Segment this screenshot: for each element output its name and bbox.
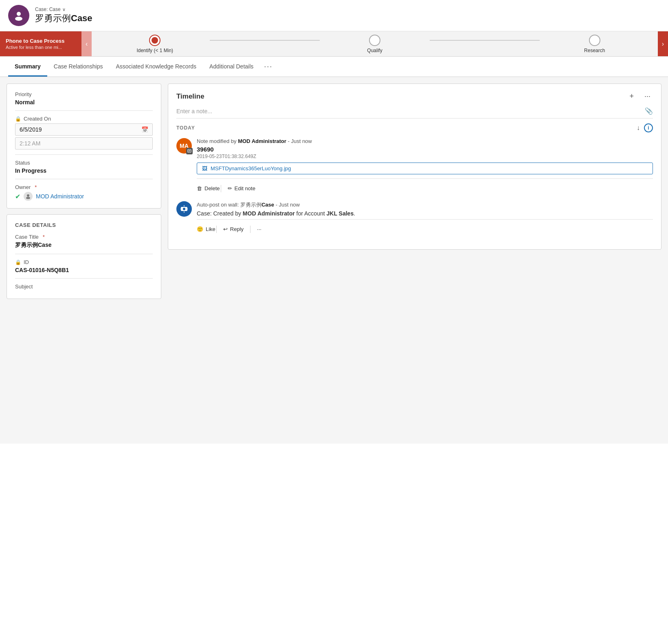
action-divider-3: [250, 226, 250, 233]
lock-icon-created: 🔒: [15, 116, 21, 122]
tab-additional-details[interactable]: Additional Details: [203, 57, 260, 77]
summary-card: Priority Normal 🔒 Created On 6/5/2019 📅 …: [7, 84, 161, 209]
process-step-qualify: Qualify: [320, 35, 430, 53]
more-icon: ···: [257, 226, 261, 232]
svg-point-8: [183, 208, 185, 210]
step-label-research: Research: [584, 48, 605, 53]
note-entry-id: 39690: [197, 146, 653, 153]
edit-note-button[interactable]: ✏ Edit note: [222, 183, 261, 194]
step-connector-1: [210, 40, 320, 41]
owner-required: *: [35, 184, 37, 190]
header: Case: Case ∨ 罗勇示例Case: [0, 0, 668, 31]
note-placeholder[interactable]: Enter a note...: [176, 108, 212, 114]
step-label-identify: Identify (< 1 Min): [136, 48, 173, 53]
avatar: [8, 5, 29, 26]
owner-check-icon: ✔: [15, 193, 20, 200]
svg-point-0: [17, 12, 21, 16]
id-label: 🔒 ID: [15, 259, 153, 265]
priority-label: Priority: [15, 91, 153, 97]
date-input[interactable]: 6/5/2019 📅: [15, 123, 153, 136]
svg-point-2: [27, 194, 29, 197]
note-entry-timestamp: 2019-05-23T01:38:32.649Z: [197, 154, 653, 159]
tab-case-relationships[interactable]: Case Relationships: [47, 57, 110, 77]
edit-icon: ✏: [228, 185, 232, 191]
process-bar: Phone to Case Process Active for less th…: [0, 31, 668, 57]
priority-value: Normal: [15, 99, 153, 106]
process-title: Phone to Case Process: [6, 38, 76, 44]
owner-name[interactable]: MOD Administrator: [36, 193, 84, 200]
timeline-header: Timeline + ···: [176, 91, 653, 101]
right-panel: Timeline + ··· Enter a note... 📎 TODAY ↓…: [168, 84, 661, 437]
header-title-area: Case: Case ∨ 罗勇示例Case: [35, 7, 92, 24]
timeline-card: Timeline + ··· Enter a note... 📎 TODAY ↓…: [168, 84, 661, 250]
timeline-entry-note: MA Note modified by MOD Administrator - …: [176, 138, 653, 194]
entry-body-note: Note modified by MOD Administrator - Jus…: [197, 138, 653, 194]
case-title-value: 罗勇示例Case: [15, 242, 153, 249]
breadcrumb[interactable]: Case: Case ∨: [35, 7, 92, 12]
status-label: Status: [15, 160, 153, 166]
process-nav-left[interactable]: ‹: [81, 31, 92, 56]
lock-icon-id: 🔒: [15, 259, 21, 265]
autopost-more-button[interactable]: ···: [251, 224, 267, 235]
entry-avatar-note: MA: [176, 138, 192, 154]
timeline-section-today: TODAY ↓ i: [176, 123, 653, 132]
delete-button[interactable]: 🗑 Delete: [197, 183, 220, 194]
timeline-note-row: Enter a note... 📎: [176, 107, 653, 119]
autopost-body: Case: Created by MOD Administrator for A…: [197, 210, 653, 217]
step-circle-research: [589, 35, 600, 46]
case-details-card: CASE DETAILS Case Title * 罗勇示例Case 🔒 ID …: [7, 214, 161, 299]
timeline-info-button[interactable]: i: [644, 123, 653, 132]
note-badge-icon: [186, 148, 193, 154]
time-input[interactable]: 2:12 AM: [15, 137, 153, 149]
svg-point-1: [15, 17, 22, 21]
like-icon: 🙂: [197, 226, 203, 232]
timeline-header-actions: + ···: [627, 91, 653, 101]
action-divider-2: [216, 226, 217, 233]
process-info: Phone to Case Process Active for less th…: [0, 31, 81, 56]
left-panel: Priority Normal 🔒 Created On 6/5/2019 📅 …: [7, 84, 161, 437]
breadcrumb-text: Case: Case: [35, 7, 61, 12]
timeline-entry-autopost: Auto-post on wall: 罗勇示例Case - Just now C…: [176, 201, 653, 235]
timeline-more-button[interactable]: ···: [642, 91, 653, 101]
tab-summary[interactable]: Summary: [8, 57, 47, 77]
created-on-label: 🔒 Created On: [15, 116, 153, 122]
page-title: 罗勇示例Case: [35, 12, 92, 24]
case-title-label: Case Title *: [15, 234, 153, 240]
owner-label: Owner *: [15, 184, 153, 190]
status-value: In Progress: [15, 167, 153, 174]
reply-button[interactable]: ↩ Reply: [218, 224, 249, 235]
autopost-entry-actions: 🙂 Like ↩ Reply ···: [197, 219, 653, 235]
process-nav-right[interactable]: ›: [658, 31, 668, 56]
entry-body-autopost: Auto-post on wall: 罗勇示例Case - Just now C…: [197, 201, 653, 235]
subject-label: Subject: [15, 284, 153, 290]
case-title-required: *: [43, 234, 45, 240]
tab-more[interactable]: ···: [260, 57, 277, 77]
timeline-title: Timeline: [176, 92, 204, 101]
trash-icon: 🗑: [197, 185, 202, 191]
tab-associated-knowledge[interactable]: Associated Knowledge Records: [109, 57, 203, 77]
owner-row: ✔ MOD Administrator: [15, 192, 153, 201]
chevron-down-icon: ∨: [62, 7, 66, 12]
step-circle-qualify: [369, 35, 380, 46]
note-entry-attachment[interactable]: 🖼 MSFTDynamics365erLuoYong.jpg: [197, 163, 653, 174]
svg-rect-4: [188, 149, 191, 152]
tabs: Summary Case Relationships Associated Kn…: [0, 57, 668, 77]
attachment-image-icon: 🖼: [202, 165, 207, 171]
attachment-filename: MSFTDynamics365erLuoYong.jpg: [211, 165, 291, 171]
timeline-sort-button[interactable]: ↓: [637, 124, 640, 132]
like-button[interactable]: 🙂 Like: [197, 224, 215, 235]
autopost-entry-header: Auto-post on wall: 罗勇示例Case - Just now: [197, 201, 653, 209]
attach-icon[interactable]: 📎: [645, 107, 653, 115]
note-entry-header: Note modified by MOD Administrator - Jus…: [197, 138, 653, 144]
calendar-icon: 📅: [141, 126, 148, 133]
main-content: Priority Normal 🔒 Created On 6/5/2019 📅 …: [0, 77, 668, 444]
process-step-research: Research: [540, 35, 650, 53]
case-details-title: CASE DETAILS: [15, 222, 153, 228]
process-subtitle: Active for less than one mi...: [6, 45, 76, 50]
step-circle-identify: [149, 35, 160, 46]
reply-icon: ↩: [223, 226, 228, 232]
timeline-add-button[interactable]: +: [627, 91, 636, 101]
process-step-identify: Identify (< 1 Min): [100, 35, 210, 53]
action-divider: [221, 185, 221, 192]
step-connector-2: [430, 40, 540, 41]
